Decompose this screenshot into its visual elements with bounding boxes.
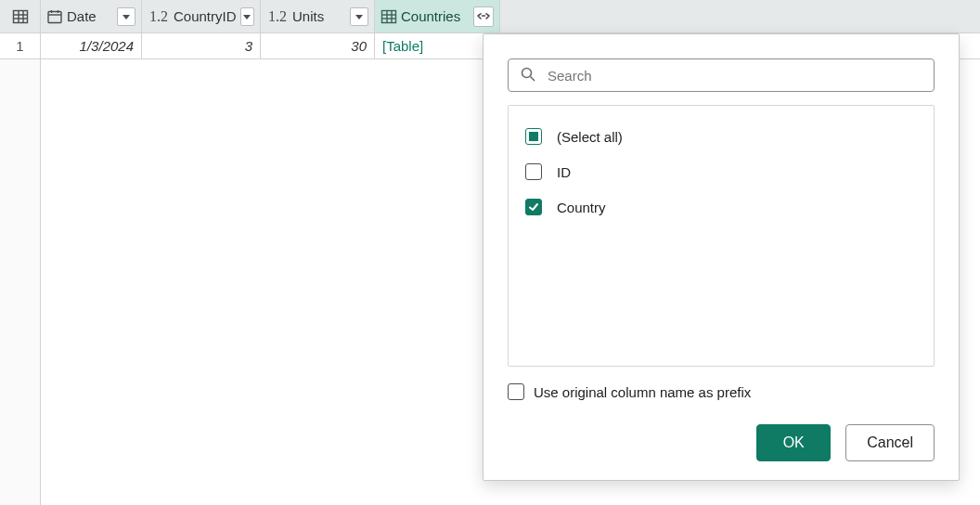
row-number[interactable]: 1 — [0, 33, 40, 59]
calendar-icon — [46, 8, 63, 25]
column-filter-dropdown[interactable] — [117, 7, 135, 26]
checkbox-unchecked-icon[interactable] — [525, 163, 542, 180]
cell-countries[interactable]: [Table] — [375, 33, 500, 58]
svg-rect-12 — [382, 10, 396, 22]
row-number-gutter: 1 — [0, 33, 41, 505]
table-icon — [12, 8, 29, 25]
svg-rect-0 — [13, 10, 27, 22]
svg-marker-11 — [355, 15, 363, 19]
number-type-icon: 1.2 — [266, 8, 289, 25]
option-id[interactable]: ID — [525, 154, 917, 189]
column-label: Units — [289, 8, 328, 24]
svg-marker-9 — [122, 15, 130, 19]
option-label: ID — [557, 164, 571, 180]
column-header-countries[interactable]: Countries — [375, 0, 500, 32]
cell-country-id[interactable]: 3 — [142, 33, 261, 58]
svg-rect-5 — [48, 11, 61, 22]
panel-buttons: OK Cancel — [508, 424, 935, 461]
column-header-country-id[interactable]: 1.2 CountryID — [142, 0, 261, 32]
expand-column-button[interactable] — [473, 6, 494, 27]
svg-line-19 — [531, 76, 535, 81]
column-filter-dropdown[interactable] — [240, 7, 254, 26]
search-input[interactable] — [546, 67, 922, 84]
column-header-row: Date 1.2 CountryID 1.2 Units Countries — [0, 0, 980, 33]
select-all-corner[interactable] — [0, 0, 41, 32]
checkbox-checked-icon[interactable] — [525, 199, 542, 215]
table-icon — [380, 8, 397, 25]
cancel-button[interactable]: Cancel — [845, 424, 935, 461]
expand-column-panel: (Select all) ID Country Use original col… — [483, 33, 960, 481]
checkbox-unchecked-icon[interactable] — [508, 383, 524, 400]
svg-point-18 — [522, 68, 532, 77]
number-type-icon: 1.2 — [148, 8, 170, 25]
column-filter-dropdown[interactable] — [350, 7, 368, 26]
option-label: Country — [557, 200, 606, 215]
option-select-all[interactable]: (Select all) — [525, 119, 917, 154]
cell-date[interactable]: 1/3/2024 — [41, 33, 142, 58]
ok-button[interactable]: OK — [756, 424, 831, 461]
column-label: Countries — [397, 8, 464, 24]
use-prefix-option[interactable]: Use original column name as prefix — [508, 383, 935, 400]
column-label: Date — [63, 8, 100, 24]
column-header-date[interactable]: Date — [41, 0, 142, 32]
option-country[interactable]: Country — [525, 189, 917, 225]
column-header-units[interactable]: 1.2 Units — [261, 0, 375, 32]
search-icon — [520, 66, 546, 85]
checkbox-mixed-icon[interactable] — [525, 128, 542, 145]
column-options-list: (Select all) ID Country — [508, 105, 935, 367]
header-filler — [500, 0, 980, 32]
use-prefix-label: Use original column name as prefix — [534, 384, 751, 400]
search-box[interactable] — [508, 58, 935, 92]
option-label: (Select all) — [557, 129, 623, 145]
svg-marker-10 — [243, 15, 251, 19]
column-label: CountryID — [170, 8, 240, 24]
cell-units[interactable]: 30 — [261, 33, 375, 58]
